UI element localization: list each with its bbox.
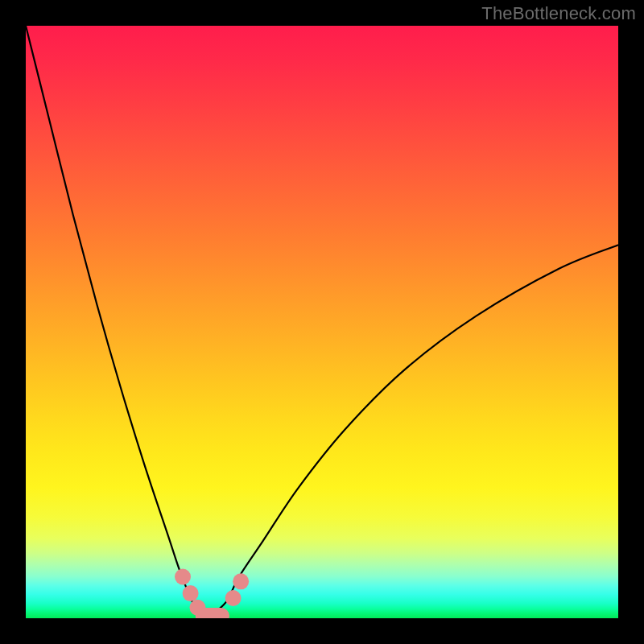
marker-right-lower — [225, 590, 242, 606]
bottleneck-curve — [26, 26, 618, 618]
marker-group — [175, 568, 249, 616]
marker-left-upper — [175, 568, 191, 584]
watermark-text: TheBottleneck.com — [481, 3, 636, 24]
curve-layer — [26, 26, 618, 618]
plot-area — [26, 26, 618, 618]
marker-left-mid — [183, 585, 199, 601]
marker-right-upper — [233, 573, 249, 589]
chart-frame: TheBottleneck.com — [0, 0, 644, 644]
